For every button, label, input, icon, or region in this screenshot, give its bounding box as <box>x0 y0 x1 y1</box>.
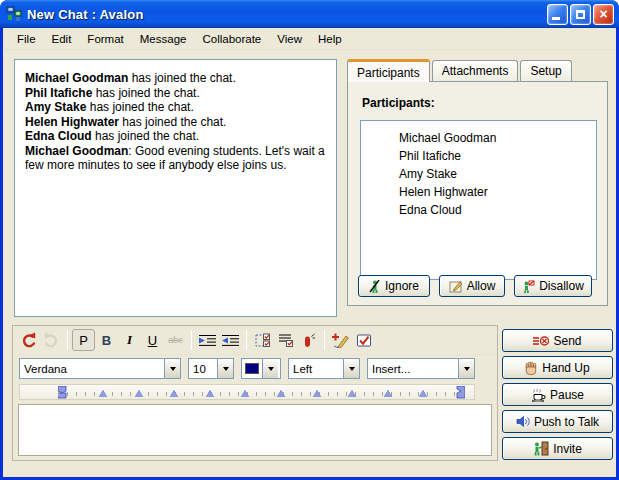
indent-decrease-icon <box>221 334 240 347</box>
bold-button[interactable]: B <box>95 329 118 351</box>
disallow-icon <box>522 280 535 293</box>
participant-item[interactable]: Helen Highwater <box>399 183 592 201</box>
undo-icon <box>20 332 37 348</box>
tabstop-marker[interactable] <box>170 390 178 397</box>
participant-list[interactable]: Michael Goodman Phil Itafiche Amy Stake … <box>360 120 597 280</box>
window-title: New Chat : Avalon <box>27 7 545 22</box>
chevron-down-icon[interactable] <box>164 359 180 378</box>
font-color-select[interactable] <box>241 358 281 379</box>
side-panel: Participants Attachments Setup Participa… <box>347 59 608 306</box>
push-to-talk-button[interactable]: Push to Talk <box>502 410 613 433</box>
menu-collaborate[interactable]: Collaborate <box>194 30 269 48</box>
chevron-down-icon[interactable] <box>217 359 233 378</box>
tabstop-marker[interactable] <box>419 390 427 397</box>
indent-increase-button[interactable] <box>196 329 219 351</box>
tab-attachments[interactable]: Attachments <box>432 60 519 81</box>
strikethrough-button[interactable]: abc <box>164 329 187 351</box>
add-annotation-icon <box>332 333 349 348</box>
menu-edit[interactable]: Edit <box>44 30 80 48</box>
action-buttons: Send Hand Up <box>502 329 613 464</box>
hand-up-button[interactable]: Hand Up <box>502 356 613 379</box>
undo-button[interactable] <box>17 329 40 351</box>
chevron-down-icon[interactable] <box>458 359 474 378</box>
send-button[interactable]: Send <box>502 329 613 352</box>
participant-item[interactable]: Michael Goodman <box>399 129 592 147</box>
check-list-button[interactable] <box>274 329 297 351</box>
window-body: File Edit Format Message Collaborate Vie… <box>3 28 616 477</box>
coffee-cup-icon <box>531 388 546 402</box>
tabstop-marker[interactable] <box>384 390 392 397</box>
review-check-button[interactable] <box>352 329 375 351</box>
chevron-down-icon[interactable] <box>343 359 359 378</box>
maximize-button[interactable] <box>570 4 591 25</box>
disallow-button[interactable]: Disallow <box>514 275 592 297</box>
review-check-icon <box>356 333 372 348</box>
font-size-select[interactable]: 10 <box>188 358 234 379</box>
participants-heading: Participants: <box>362 96 597 110</box>
menu-view[interactable]: View <box>269 30 310 48</box>
underline-button[interactable]: U <box>141 329 164 351</box>
close-icon: × <box>599 7 607 21</box>
message-input[interactable] <box>18 404 492 456</box>
ruler-ticks <box>58 392 460 396</box>
toolbar-separator <box>67 330 68 350</box>
menu-help[interactable]: Help <box>310 30 350 48</box>
menu-file[interactable]: File <box>9 30 44 48</box>
chat-message: Michael Goodman: Good evening students. … <box>25 144 326 173</box>
chat-history[interactable]: Michael Goodman has joined the chat. Phi… <box>14 59 337 317</box>
menu-message[interactable]: Message <box>132 30 195 48</box>
check-selection-button[interactable] <box>251 329 274 351</box>
tab-setup[interactable]: Setup <box>520 60 571 81</box>
invite-icon <box>533 441 549 456</box>
allow-button[interactable]: Allow <box>439 275 505 297</box>
tabstop-marker[interactable] <box>135 390 143 397</box>
toolbar-separator <box>246 330 247 350</box>
allow-icon <box>449 280 463 293</box>
participant-item[interactable]: Phil Itafiche <box>399 147 592 165</box>
indent-marker-right-icon[interactable] <box>454 386 465 399</box>
speaker-icon <box>516 415 530 428</box>
italic-button[interactable]: I <box>118 329 141 351</box>
close-button[interactable]: × <box>593 4 614 25</box>
invite-button[interactable]: Invite <box>502 437 613 460</box>
menu-format[interactable]: Format <box>79 30 131 48</box>
tabstop-marker[interactable] <box>241 390 249 397</box>
indent-decrease-button[interactable] <box>219 329 242 351</box>
check-list-icon <box>278 333 294 348</box>
participant-item[interactable]: Edna Cloud <box>399 201 592 219</box>
tab-strip: Participants Attachments Setup <box>347 59 608 81</box>
send-icon <box>533 335 549 347</box>
add-annotation-button[interactable] <box>329 329 352 351</box>
toolbar-separator <box>324 330 325 350</box>
tabstop-marker[interactable] <box>277 390 285 397</box>
chat-message: Phil Itafiche has joined the chat. <box>25 86 326 101</box>
main-content: Michael Goodman has joined the chat. Phi… <box>3 50 616 477</box>
minimize-button[interactable] <box>547 4 568 25</box>
tabstop-marker[interactable] <box>206 390 214 397</box>
redo-button[interactable] <box>40 329 63 351</box>
tabstop-marker[interactable] <box>99 390 107 397</box>
chat-message: Amy Stake has joined the chat. <box>25 100 326 115</box>
ruler[interactable] <box>19 384 475 400</box>
ignore-icon <box>369 280 381 293</box>
maximize-icon <box>576 10 585 19</box>
chevron-down-icon[interactable] <box>262 359 278 378</box>
paragraph-style-button[interactable]: P <box>72 329 95 351</box>
insert-select[interactable]: Insert... <box>367 358 475 379</box>
font-color-swatch <box>245 363 259 374</box>
talking-stick-icon <box>301 333 316 348</box>
check-selection-icon <box>255 333 271 348</box>
tabstop-marker[interactable] <box>348 390 356 397</box>
ignore-button[interactable]: Ignore <box>358 275 430 297</box>
tab-participants[interactable]: Participants <box>347 59 430 82</box>
chat-message: Helen Highwater has joined the chat. <box>25 115 326 130</box>
pause-button[interactable]: Pause <box>502 383 613 406</box>
participant-item[interactable]: Amy Stake <box>399 165 592 183</box>
font-settings-row: Verdana 10 Left <box>13 355 497 382</box>
alignment-select[interactable]: Left <box>288 358 360 379</box>
font-family-select[interactable]: Verdana <box>19 358 181 379</box>
tabstop-marker[interactable] <box>313 390 321 397</box>
talking-stick-button[interactable] <box>297 329 320 351</box>
app-window: New Chat : Avalon × File Edit Format Mes… <box>0 0 619 480</box>
chat-message: Edna Cloud has joined the chat. <box>25 129 326 144</box>
